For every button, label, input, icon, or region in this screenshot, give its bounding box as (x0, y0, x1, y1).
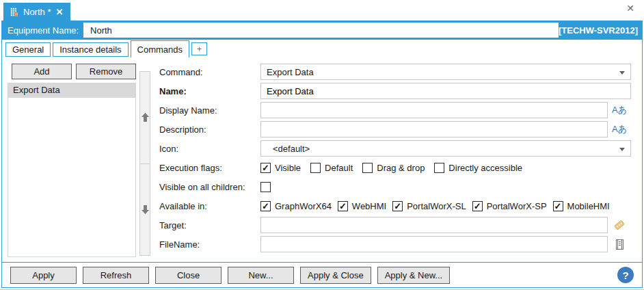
command-label: Command: (159, 67, 260, 77)
checkbox-group[interactable]: ✓PortalWorX-SP (472, 201, 547, 211)
name-input[interactable] (267, 86, 625, 96)
checkbox-checked[interactable]: ✓ (260, 163, 271, 173)
target-input[interactable] (267, 220, 602, 230)
target-label: Target: (159, 220, 260, 230)
description-field-wrap (260, 121, 608, 137)
target-suffix (608, 219, 631, 231)
checkbox-unchecked[interactable] (310, 163, 321, 173)
tag-icon[interactable] (613, 219, 626, 231)
apply-close-button[interactable]: Apply & Close (300, 267, 371, 284)
close-button[interactable]: Close (155, 267, 222, 284)
checkbox-label: Visible (275, 163, 301, 173)
description-suffix: Aあ (608, 123, 631, 135)
equipment-editor-window: North * ✕ ✕ Equipment Name: [TECHW-SVR20… (0, 0, 644, 290)
icon-dropdown[interactable]: <default> (260, 140, 631, 157)
available-in-label: Available in: (159, 201, 260, 211)
checkbox-checked[interactable]: ✓ (472, 201, 483, 211)
description-input[interactable] (267, 124, 602, 135)
document-tab-north[interactable]: North * ✕ (3, 3, 70, 21)
checkbox-unchecked[interactable] (362, 163, 373, 173)
checkbox-label: Default (325, 163, 353, 173)
checkbox-group[interactable]: Directly accessible (434, 163, 522, 173)
command-listbox[interactable]: Export Data (8, 83, 136, 257)
up-arrow-icon (142, 113, 149, 122)
visible-on-all-children-label: Visible on all children: (159, 182, 260, 192)
filename-label: FileName: (159, 239, 260, 250)
command-row: Command: Export Data (159, 64, 631, 80)
checkbox-label: MobileHMI (567, 201, 610, 211)
checkbox-group[interactable] (260, 182, 271, 192)
checkbox-unchecked[interactable] (434, 163, 444, 173)
equipment-building-icon (10, 8, 18, 16)
checkbox-checked[interactable]: ✓ (338, 201, 348, 211)
reorder-arrows (139, 71, 150, 256)
checkbox-group[interactable]: ✓PortalWorX-SL (392, 201, 466, 211)
move-up-button[interactable] (139, 71, 150, 164)
window-close-icon[interactable]: ✕ (626, 3, 634, 13)
tab-add-new[interactable]: + (191, 42, 207, 55)
checkbox-checked[interactable]: ✓ (392, 201, 403, 211)
help-button[interactable]: ? (617, 267, 634, 283)
command-list-panel: Add Remove Export Data (8, 63, 136, 257)
command-dropdown-value: Export Data (267, 67, 314, 77)
target-row: Target: (159, 217, 631, 233)
file-browse-icon[interactable] (614, 239, 626, 250)
apply-button[interactable]: Apply (10, 267, 77, 284)
name-label: Name: (159, 86, 260, 96)
tab-close-icon[interactable]: ✕ (55, 7, 63, 17)
footer-buttons: ApplyRefreshCloseNew...Apply & CloseAppl… (10, 267, 450, 284)
description-label: Description: (159, 124, 260, 135)
list-item[interactable]: Export Data (8, 83, 135, 98)
icon-row: Icon: <default> (159, 140, 631, 157)
add-button[interactable]: Add (12, 64, 72, 79)
name-row: Name: (159, 83, 631, 99)
down-arrow-icon (142, 205, 149, 214)
filename-row: FileName: (159, 236, 631, 252)
checkbox-group[interactable]: ✓GraphWorX64 (260, 201, 332, 211)
checkbox-group[interactable]: ✓Visible (260, 163, 301, 173)
list-button-row: Add Remove (12, 64, 136, 79)
equipment-header-bar: Equipment Name: [TECHW-SVR2012] (2, 21, 642, 40)
refresh-button[interactable]: Refresh (83, 267, 149, 284)
new--button[interactable]: New... (228, 267, 294, 284)
equipment-name-input[interactable] (83, 23, 559, 38)
checkbox-group[interactable]: Drag & drop (362, 163, 425, 173)
checkbox-group[interactable]: ✓WebHMI (338, 201, 386, 211)
tab-general[interactable]: General (5, 42, 51, 57)
display-name-label: Display Name: (159, 105, 260, 116)
checkbox-label: WebHMI (352, 201, 386, 211)
filename-input[interactable] (267, 239, 602, 250)
checkbox-group[interactable]: ✓MobileHMI (553, 201, 610, 211)
tab-commands[interactable]: Commands (131, 40, 189, 57)
available-in-group: ✓GraphWorX64✓WebHMI✓PortalWorX-SL✓Portal… (260, 201, 610, 211)
checkbox-label: Drag & drop (377, 163, 425, 173)
chevron-down-icon (619, 71, 625, 75)
display-name-input[interactable] (267, 105, 602, 116)
target-field-wrap (260, 217, 608, 233)
checkbox-checked[interactable]: ✓ (260, 201, 271, 211)
commands-tab-content: Add Remove Export Data (2, 57, 642, 262)
checkbox-group[interactable]: Default (310, 163, 353, 173)
checkbox-label: PortalWorX-SL (407, 201, 466, 211)
document-tab-row: North * ✕ ✕ (1, 0, 643, 21)
remove-button[interactable]: Remove (76, 64, 136, 79)
command-dropdown[interactable]: Export Data (260, 64, 631, 80)
window-body: Equipment Name: [TECHW-SVR2012] GeneralI… (1, 21, 643, 288)
footer-button-bar: ApplyRefreshCloseNew...Apply & CloseAppl… (2, 262, 642, 287)
display-name-field-wrap (260, 102, 608, 118)
localize-text-icon[interactable]: Aあ (612, 104, 627, 116)
checkbox-label: Directly accessible (448, 163, 522, 173)
checkbox-unchecked[interactable] (260, 182, 271, 192)
execution-flags-row: Execution flags: ✓VisibleDefaultDrag & d… (159, 161, 631, 174)
checkbox-checked[interactable]: ✓ (553, 201, 563, 211)
localize-text-icon[interactable]: Aあ (612, 123, 627, 135)
filename-field-wrap (260, 236, 608, 252)
move-down-button[interactable] (139, 164, 150, 256)
display-name-row: Display Name: Aあ (159, 102, 631, 118)
apply-new--button[interactable]: Apply & New... (377, 267, 451, 284)
icon-dropdown-value: <default> (273, 144, 310, 154)
visible-on-all-children-row: Visible on all children: (159, 180, 631, 194)
description-row: Description: Aあ (159, 121, 631, 137)
tab-instance-details[interactable]: Instance details (53, 42, 128, 57)
command-form: Command: Export Data Name: Display Name: (159, 63, 631, 257)
